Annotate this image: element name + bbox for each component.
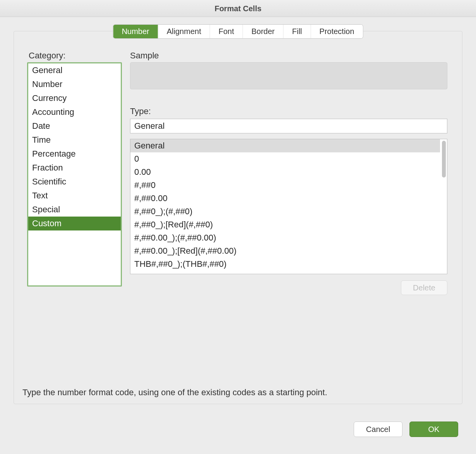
category-item-custom[interactable]: Custom (28, 217, 121, 230)
delete-button[interactable]: Delete (401, 280, 447, 295)
tab-protection[interactable]: Protection (311, 25, 363, 38)
tab-border[interactable]: Border (243, 25, 284, 38)
format-code-item[interactable]: General (130, 139, 440, 152)
category-item-time[interactable]: Time (28, 133, 121, 147)
format-code-item[interactable]: THB#,##0_);(THB#,##0) (130, 258, 440, 271)
format-code-item[interactable]: #,##0_);[Red](#,##0) (130, 218, 440, 231)
category-item-fraction[interactable]: Fraction (28, 161, 121, 175)
category-item-accounting[interactable]: Accounting (28, 105, 121, 119)
format-code-item[interactable]: #,##0.00 (130, 192, 440, 205)
window-title: Format Cells (0, 0, 476, 17)
category-listbox[interactable]: General Number Currency Accounting Date … (27, 62, 122, 287)
scrollbar-thumb[interactable] (442, 141, 446, 178)
category-item-general[interactable]: General (28, 63, 121, 77)
category-label: Category: (29, 51, 65, 61)
format-code-listbox[interactable]: General 0 0.00 #,##0 #,##0.00 #,##0_);(#… (130, 139, 447, 274)
category-item-currency[interactable]: Currency (28, 91, 121, 105)
format-code-list-inner: General 0 0.00 #,##0 #,##0.00 #,##0_);(#… (130, 139, 440, 274)
type-input[interactable] (130, 119, 447, 133)
format-code-item[interactable]: #,##0.00_);(#,##0.00) (130, 231, 440, 244)
format-code-item[interactable]: THB#,##0_);[Red](THB#,##0) (130, 271, 440, 274)
ok-button[interactable]: OK (409, 422, 458, 437)
tab-fill[interactable]: Fill (284, 25, 311, 38)
category-item-percentage[interactable]: Percentage (28, 147, 121, 161)
category-item-text[interactable]: Text (28, 189, 121, 203)
sample-label: Sample (130, 51, 159, 61)
sample-preview (130, 62, 447, 89)
help-text: Type the number format code, using one o… (22, 387, 327, 398)
category-item-date[interactable]: Date (28, 119, 121, 133)
tab-alignment[interactable]: Alignment (158, 25, 210, 38)
format-cells-panel: Number Alignment Font Border Fill Protec… (14, 31, 462, 404)
dialog-button-row: Cancel OK (354, 422, 458, 437)
cancel-button[interactable]: Cancel (354, 422, 402, 437)
tab-bar: Number Alignment Font Border Fill Protec… (113, 24, 363, 39)
category-item-scientific[interactable]: Scientific (28, 175, 121, 189)
type-label: Type: (130, 106, 151, 116)
format-code-item[interactable]: 0 (130, 152, 440, 166)
category-item-number[interactable]: Number (28, 77, 121, 91)
tab-font[interactable]: Font (210, 25, 243, 38)
scrollbar-track[interactable] (442, 141, 446, 272)
format-code-item[interactable]: #,##0.00_);[Red](#,##0.00) (130, 244, 440, 258)
format-code-item[interactable]: #,##0 (130, 179, 440, 192)
format-code-item[interactable]: #,##0_);(#,##0) (130, 205, 440, 218)
category-item-special[interactable]: Special (28, 203, 121, 217)
tab-number[interactable]: Number (113, 25, 158, 38)
format-code-item[interactable]: 0.00 (130, 166, 440, 179)
